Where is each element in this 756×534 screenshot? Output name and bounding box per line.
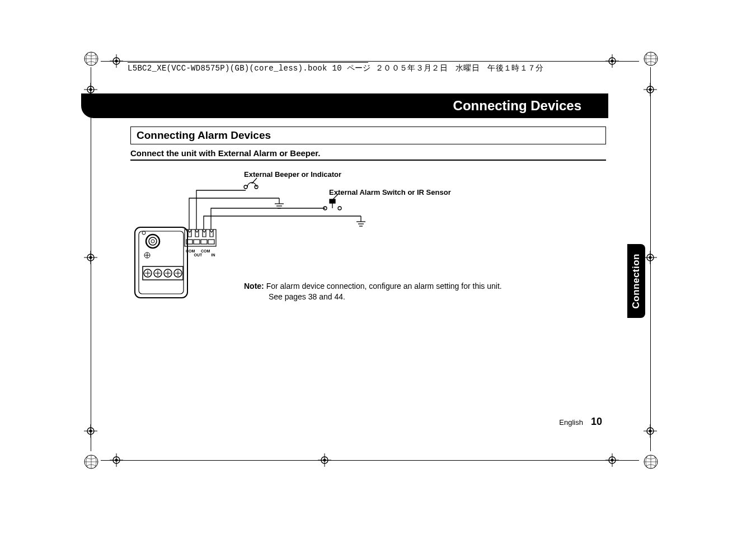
svg-point-52 xyxy=(151,240,154,243)
svg-rect-87 xyxy=(330,199,335,203)
reg-mark-icon xyxy=(84,424,97,438)
reg-mark-icon xyxy=(644,251,657,264)
crop-line-bottom xyxy=(101,460,639,461)
svg-point-79 xyxy=(244,185,247,189)
svg-rect-48 xyxy=(135,227,187,298)
svg-point-53 xyxy=(142,231,145,235)
section-tab: Connection xyxy=(627,244,645,318)
section-heading-text: Connecting Alarm Devices xyxy=(137,129,271,141)
globe-icon xyxy=(644,51,658,66)
terminal-label-out: OUT xyxy=(194,253,203,257)
svg-point-51 xyxy=(149,237,157,245)
note-label: Note: xyxy=(244,282,264,291)
section-heading: Connecting Alarm Devices xyxy=(130,127,606,144)
footer-language: English xyxy=(559,418,583,427)
page-title-banner: Connecting Devices xyxy=(81,93,608,118)
svg-line-81 xyxy=(252,178,257,184)
svg-point-50 xyxy=(146,235,159,248)
section-tab-label: Connection xyxy=(631,254,642,309)
reg-mark-icon xyxy=(644,83,657,96)
footer-page-number: 10 xyxy=(591,416,602,428)
svg-line-90 xyxy=(333,194,339,199)
svg-point-89 xyxy=(338,207,341,210)
note-line2: See pages 38 and 44. xyxy=(269,292,345,301)
svg-rect-60 xyxy=(201,240,207,244)
subheading-rule xyxy=(130,160,606,161)
header-rule xyxy=(128,62,368,63)
globe-icon xyxy=(644,455,658,469)
reg-mark-icon xyxy=(318,453,331,467)
terminal-label-com2: COM xyxy=(201,249,210,253)
terminal-label-com1: COM xyxy=(186,249,195,253)
terminal-label-in: IN xyxy=(210,253,217,257)
note-block: Note: For alarm device connection, confi… xyxy=(244,281,557,302)
reg-mark-icon xyxy=(110,453,123,467)
crop-line-top xyxy=(101,61,639,62)
subheading: Connect the unit with External Alarm or … xyxy=(130,148,321,158)
reg-mark-icon xyxy=(84,251,97,264)
reg-mark-icon xyxy=(110,54,123,68)
svg-rect-59 xyxy=(194,240,200,244)
svg-rect-61 xyxy=(208,240,214,244)
note-line1: For alarm device connection, configure a… xyxy=(266,282,502,291)
page-title: Connecting Devices xyxy=(453,98,581,114)
globe-icon xyxy=(84,51,98,66)
page-footer: English 10 xyxy=(559,416,602,428)
reg-mark-icon xyxy=(605,453,619,467)
globe-icon xyxy=(84,455,98,469)
file-info: L5BC2_XE(VCC-WD8575P)(GB)(core_less).boo… xyxy=(128,63,629,73)
reg-mark-icon xyxy=(644,424,657,438)
